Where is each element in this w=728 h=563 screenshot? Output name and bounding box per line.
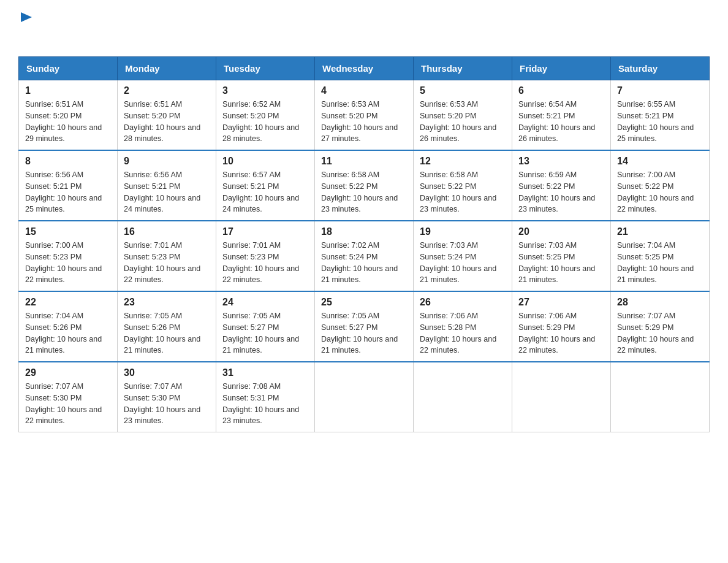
day-number: 8 — [25, 156, 111, 167]
sunrise-label: Sunrise: 6:59 AM — [518, 170, 577, 179]
day-number: 25 — [321, 297, 407, 308]
daylight-label: Daylight: 10 hours and 21 minutes. — [321, 335, 398, 355]
sunset-label: Sunset: 5:20 PM — [124, 112, 180, 120]
daylight-label: Daylight: 10 hours and 22 minutes. — [25, 264, 102, 285]
sunset-label: Sunset: 5:30 PM — [124, 394, 180, 402]
day-info: Sunrise: 7:05 AM Sunset: 5:26 PM Dayligh… — [124, 310, 210, 356]
sunrise-label: Sunrise: 6:58 AM — [321, 170, 379, 179]
calendar-day-cell: 11 Sunrise: 6:58 AM Sunset: 5:22 PM Dayl… — [315, 150, 414, 221]
day-info: Sunrise: 7:01 AM Sunset: 5:23 PM Dayligh… — [124, 240, 210, 286]
daylight-label: Daylight: 10 hours and 26 minutes. — [420, 123, 496, 144]
daylight-label: Daylight: 10 hours and 22 minutes. — [420, 335, 496, 355]
day-number: 24 — [222, 297, 308, 308]
sunrise-label: Sunrise: 7:07 AM — [617, 312, 675, 320]
sunset-label: Sunset: 5:21 PM — [124, 182, 180, 191]
daylight-label: Daylight: 10 hours and 21 minutes. — [124, 335, 200, 355]
logo — [18, 12, 33, 45]
daylight-label: Daylight: 10 hours and 23 minutes. — [222, 405, 299, 426]
calendar-day-cell — [315, 362, 414, 432]
sunset-label: Sunset: 5:23 PM — [222, 253, 279, 261]
day-number: 6 — [518, 85, 604, 96]
day-number: 16 — [124, 226, 210, 237]
sunset-label: Sunset: 5:26 PM — [124, 323, 180, 332]
day-info: Sunrise: 6:53 AM Sunset: 5:20 PM Dayligh… — [420, 99, 506, 145]
sunrise-label: Sunrise: 6:58 AM — [420, 170, 478, 179]
calendar-day-header: Thursday — [414, 57, 512, 80]
sunrise-label: Sunrise: 7:05 AM — [124, 312, 182, 320]
day-number: 22 — [25, 297, 111, 308]
sunrise-label: Sunrise: 6:55 AM — [617, 100, 675, 109]
day-number: 12 — [420, 156, 506, 167]
sunset-label: Sunset: 5:27 PM — [321, 323, 377, 332]
sunset-label: Sunset: 5:31 PM — [222, 394, 279, 402]
calendar-day-cell: 8 Sunrise: 6:56 AM Sunset: 5:21 PM Dayli… — [19, 150, 118, 221]
daylight-label: Daylight: 10 hours and 25 minutes. — [617, 123, 694, 144]
calendar-week-row: 29 Sunrise: 7:07 AM Sunset: 5:30 PM Dayl… — [19, 362, 710, 432]
day-number: 28 — [617, 297, 703, 308]
sunrise-label: Sunrise: 7:01 AM — [124, 241, 182, 250]
sunset-label: Sunset: 5:28 PM — [420, 323, 476, 332]
sunset-label: Sunset: 5:25 PM — [518, 253, 575, 261]
calendar-day-cell: 7 Sunrise: 6:55 AM Sunset: 5:21 PM Dayli… — [611, 80, 710, 151]
day-info: Sunrise: 7:01 AM Sunset: 5:23 PM Dayligh… — [222, 240, 308, 286]
sunset-label: Sunset: 5:21 PM — [25, 182, 82, 191]
calendar-day-cell — [414, 362, 512, 432]
sunset-label: Sunset: 5:20 PM — [222, 112, 279, 120]
day-number: 11 — [321, 156, 407, 167]
day-number: 1 — [25, 85, 111, 96]
calendar-day-header: Friday — [512, 57, 611, 80]
day-info: Sunrise: 7:00 AM Sunset: 5:22 PM Dayligh… — [617, 169, 703, 215]
calendar-day-cell: 2 Sunrise: 6:51 AM Sunset: 5:20 PM Dayli… — [118, 80, 216, 151]
daylight-label: Daylight: 10 hours and 23 minutes. — [518, 194, 595, 214]
daylight-label: Daylight: 10 hours and 29 minutes. — [25, 123, 102, 144]
daylight-label: Daylight: 10 hours and 28 minutes. — [124, 123, 200, 144]
calendar-day-cell: 14 Sunrise: 7:00 AM Sunset: 5:22 PM Dayl… — [611, 150, 710, 221]
sunrise-label: Sunrise: 7:06 AM — [420, 312, 478, 320]
calendar-day-cell: 3 Sunrise: 6:52 AM Sunset: 5:20 PM Dayli… — [216, 80, 315, 151]
sunrise-label: Sunrise: 7:03 AM — [518, 241, 577, 250]
calendar-day-cell: 30 Sunrise: 7:07 AM Sunset: 5:30 PM Dayl… — [118, 362, 216, 432]
day-info: Sunrise: 7:05 AM Sunset: 5:27 PM Dayligh… — [222, 310, 308, 356]
calendar-week-row: 1 Sunrise: 6:51 AM Sunset: 5:20 PM Dayli… — [19, 80, 710, 151]
day-number: 26 — [420, 297, 506, 308]
day-number: 30 — [124, 367, 210, 378]
calendar-day-header: Tuesday — [216, 57, 315, 80]
day-info: Sunrise: 7:06 AM Sunset: 5:29 PM Dayligh… — [518, 310, 604, 356]
daylight-label: Daylight: 10 hours and 22 minutes. — [124, 264, 200, 285]
calendar-day-cell: 15 Sunrise: 7:00 AM Sunset: 5:23 PM Dayl… — [19, 221, 118, 291]
calendar-day-cell: 6 Sunrise: 6:54 AM Sunset: 5:21 PM Dayli… — [512, 80, 611, 151]
day-number: 18 — [321, 226, 407, 237]
sunset-label: Sunset: 5:21 PM — [518, 112, 575, 120]
day-number: 7 — [617, 85, 703, 96]
sunset-label: Sunset: 5:21 PM — [617, 112, 673, 120]
sunrise-label: Sunrise: 6:54 AM — [518, 100, 577, 109]
page-header — [18, 12, 710, 45]
sunrise-label: Sunrise: 6:57 AM — [222, 170, 281, 179]
calendar-day-cell: 20 Sunrise: 7:03 AM Sunset: 5:25 PM Dayl… — [512, 221, 611, 291]
calendar-day-cell: 23 Sunrise: 7:05 AM Sunset: 5:26 PM Dayl… — [118, 291, 216, 362]
day-number: 14 — [617, 156, 703, 167]
calendar-header-row: SundayMondayTuesdayWednesdayThursdayFrid… — [19, 57, 710, 80]
sunrise-label: Sunrise: 7:08 AM — [222, 382, 281, 391]
day-number: 23 — [124, 297, 210, 308]
daylight-label: Daylight: 10 hours and 23 minutes. — [124, 405, 200, 426]
daylight-label: Daylight: 10 hours and 22 minutes. — [25, 405, 102, 426]
day-info: Sunrise: 6:56 AM Sunset: 5:21 PM Dayligh… — [25, 169, 111, 215]
calendar-day-header: Sunday — [19, 57, 118, 80]
calendar-day-cell: 17 Sunrise: 7:01 AM Sunset: 5:23 PM Dayl… — [216, 221, 315, 291]
day-info: Sunrise: 6:56 AM Sunset: 5:21 PM Dayligh… — [124, 169, 210, 215]
sunset-label: Sunset: 5:22 PM — [518, 182, 575, 191]
sunset-label: Sunset: 5:22 PM — [420, 182, 476, 191]
day-info: Sunrise: 6:53 AM Sunset: 5:20 PM Dayligh… — [321, 99, 407, 145]
calendar-day-cell: 27 Sunrise: 7:06 AM Sunset: 5:29 PM Dayl… — [512, 291, 611, 362]
day-info: Sunrise: 7:07 AM Sunset: 5:29 PM Dayligh… — [617, 310, 703, 356]
sunrise-label: Sunrise: 7:03 AM — [420, 241, 478, 250]
daylight-label: Daylight: 10 hours and 26 minutes. — [518, 123, 595, 144]
day-number: 13 — [518, 156, 604, 167]
day-number: 27 — [518, 297, 604, 308]
day-info: Sunrise: 7:08 AM Sunset: 5:31 PM Dayligh… — [222, 381, 308, 427]
sunrise-label: Sunrise: 6:51 AM — [25, 100, 83, 109]
day-info: Sunrise: 6:59 AM Sunset: 5:22 PM Dayligh… — [518, 169, 604, 215]
daylight-label: Daylight: 10 hours and 24 minutes. — [222, 194, 299, 214]
calendar-day-cell: 9 Sunrise: 6:56 AM Sunset: 5:21 PM Dayli… — [118, 150, 216, 221]
